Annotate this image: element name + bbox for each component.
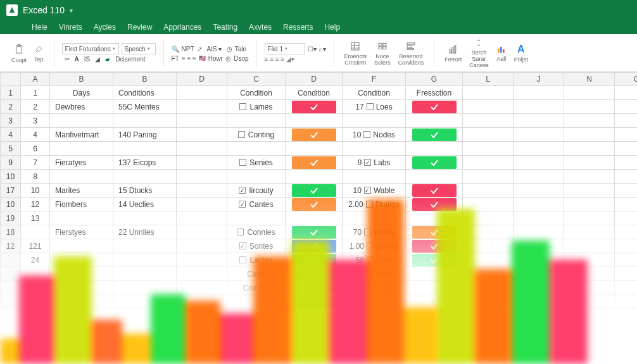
cell[interactable] bbox=[463, 86, 514, 100]
cell[interactable] bbox=[50, 142, 113, 156]
noce-button[interactable]: Noce Solers bbox=[372, 41, 393, 66]
cell[interactable] bbox=[343, 142, 406, 156]
cell[interactable]: 4 bbox=[1, 128, 21, 142]
menu-aycles[interactable]: Aycles bbox=[94, 23, 116, 32]
cell[interactable] bbox=[463, 142, 514, 156]
cell[interactable]: 10Nodes bbox=[343, 128, 406, 142]
cell[interactable] bbox=[615, 86, 638, 100]
serch-button[interactable]: ≡≡ Serch Sarar Caness bbox=[467, 38, 491, 68]
cell[interactable] bbox=[615, 128, 638, 142]
cell[interactable] bbox=[615, 142, 638, 156]
cell[interactable]: 137 Eicops bbox=[113, 156, 177, 170]
colhdr-A[interactable]: A bbox=[21, 73, 50, 86]
cell[interactable] bbox=[514, 114, 564, 128]
cell[interactable]: Conting bbox=[227, 128, 286, 142]
reserard-button[interactable]: Reserard Corvldens bbox=[396, 41, 427, 66]
cell[interactable] bbox=[463, 100, 514, 114]
cell[interactable] bbox=[514, 142, 564, 156]
menu-resserts[interactable]: Resserts bbox=[283, 23, 313, 32]
cell[interactable]: 10✓Wable bbox=[343, 184, 406, 198]
cell[interactable] bbox=[406, 114, 463, 128]
font-dropdown[interactable]: First Foturations▾ bbox=[62, 43, 119, 54]
paste-button[interactable]: Coopt bbox=[9, 43, 29, 63]
cell[interactable]: 10 bbox=[21, 184, 50, 198]
cell[interactable] bbox=[564, 128, 615, 142]
cell[interactable] bbox=[615, 170, 638, 184]
cell[interactable] bbox=[406, 100, 463, 114]
cell[interactable] bbox=[406, 170, 463, 184]
cell[interactable] bbox=[177, 170, 227, 184]
cell[interactable]: 6 bbox=[21, 142, 50, 156]
cell[interactable] bbox=[564, 114, 615, 128]
cell[interactable] bbox=[406, 184, 463, 198]
row-header[interactable]: 1 bbox=[1, 86, 21, 100]
cell[interactable] bbox=[286, 142, 343, 156]
chevron-down-icon[interactable]: ▾ bbox=[70, 7, 73, 14]
table-row[interactable]: 44Manfivetmart140 PaningConting10Nodes bbox=[1, 128, 638, 142]
ft-label[interactable]: FT bbox=[172, 55, 179, 62]
cell[interactable] bbox=[177, 114, 227, 128]
colhdr-GG[interactable]: G bbox=[615, 73, 638, 86]
cell[interactable] bbox=[113, 114, 177, 128]
cell[interactable]: Fieratyes bbox=[50, 156, 113, 170]
cell[interactable]: ✓Iircouty bbox=[227, 184, 286, 198]
table-row[interactable]: 1710Marites15 Dtucks✓Iircouty10✓Wable bbox=[1, 184, 638, 198]
cell[interactable]: 3 bbox=[1, 114, 21, 128]
cell[interactable] bbox=[615, 184, 638, 198]
cell[interactable]: Lames bbox=[227, 100, 286, 114]
cell[interactable]: 17Loes bbox=[343, 100, 406, 114]
cell[interactable] bbox=[564, 142, 615, 156]
cell[interactable] bbox=[463, 156, 514, 170]
cell[interactable]: 1 bbox=[21, 86, 50, 100]
cell[interactable]: 140 Paning bbox=[113, 128, 177, 142]
cell[interactable] bbox=[50, 114, 113, 128]
cell[interactable] bbox=[406, 142, 463, 156]
cell[interactable] bbox=[343, 170, 406, 184]
cell[interactable]: Marites bbox=[50, 184, 113, 198]
colhdr-D[interactable]: D bbox=[286, 73, 343, 86]
cell[interactable] bbox=[50, 170, 113, 184]
cell[interactable] bbox=[463, 170, 514, 184]
poljst-button[interactable]: A Poljst bbox=[512, 44, 531, 63]
is-button[interactable]: IS bbox=[84, 56, 90, 63]
cell[interactable] bbox=[514, 156, 564, 170]
cell[interactable] bbox=[177, 128, 227, 142]
table-row[interactable]: 108 bbox=[1, 170, 638, 184]
colhdr-G[interactable]: G bbox=[406, 73, 463, 86]
cell[interactable] bbox=[177, 184, 227, 198]
cell[interactable]: Dewbres bbox=[50, 100, 113, 114]
checkbox-icon[interactable] bbox=[363, 131, 370, 138]
cell[interactable]: Manfivetmart bbox=[50, 128, 113, 142]
cell[interactable] bbox=[286, 114, 343, 128]
colhdr-J[interactable]: J bbox=[514, 73, 564, 86]
cell[interactable] bbox=[514, 184, 564, 198]
cell[interactable] bbox=[343, 114, 406, 128]
cell[interactable]: Condition bbox=[343, 86, 406, 100]
fill-color-icon[interactable]: ◢ bbox=[95, 56, 100, 63]
menu-help[interactable]: Help bbox=[324, 23, 340, 32]
cell[interactable]: 2 bbox=[1, 100, 21, 114]
table-row[interactable]: 97Fieratyes137 EicopsSenies9✓Labs bbox=[1, 156, 638, 170]
menu-review[interactable]: Review bbox=[127, 23, 152, 32]
cell[interactable]: 4 bbox=[21, 128, 50, 142]
cell[interactable] bbox=[406, 156, 463, 170]
colhdr-N[interactable]: N bbox=[564, 73, 615, 86]
cell[interactable] bbox=[615, 114, 638, 128]
cell[interactable]: 15 Dtucks bbox=[113, 184, 177, 198]
box-icon[interactable]: ☐▾ bbox=[308, 46, 317, 53]
colhdr-B2[interactable]: B bbox=[113, 73, 177, 86]
ferrort-button[interactable]: Ferrort bbox=[442, 44, 464, 63]
menu-hele[interactable]: Hele bbox=[32, 23, 47, 32]
cell[interactable] bbox=[286, 156, 343, 170]
cell[interactable] bbox=[615, 156, 638, 170]
colhdr-L[interactable]: L bbox=[463, 73, 514, 86]
cell[interactable] bbox=[564, 100, 615, 114]
table-row[interactable]: 33 bbox=[1, 114, 638, 128]
cell[interactable]: 9 bbox=[1, 156, 21, 170]
cell[interactable] bbox=[406, 128, 463, 142]
cell[interactable]: 17 bbox=[1, 184, 21, 198]
cell[interactable] bbox=[177, 86, 227, 100]
cell[interactable] bbox=[227, 142, 286, 156]
aall-button[interactable]: Aall bbox=[494, 44, 509, 62]
checkbox-icon[interactable] bbox=[367, 103, 374, 110]
